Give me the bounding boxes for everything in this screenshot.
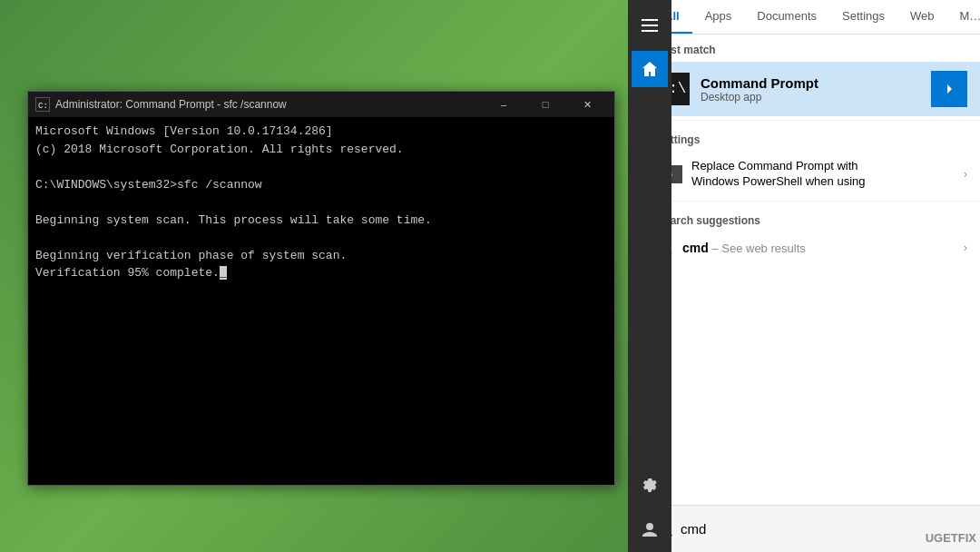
nav-strip [628,0,671,552]
tab-apps[interactable]: Apps [692,0,745,34]
search-bar: 🔍 cmd [644,505,980,552]
cmd-titlebar: C: Administrator: Command Prompt - sfc /… [28,92,614,117]
chevron-right-icon-1: › [964,168,967,181]
tab-settings[interactable]: Settings [829,0,897,34]
arrow-right-icon [942,82,956,96]
best-match-name: Command Prompt [701,75,931,91]
divider-2 [644,201,980,202]
cmd-line-1: Microsoft Windows [Version 10.0.17134.28… [35,123,607,141]
watermark: UGETFIX [926,531,976,545]
home-button[interactable] [632,51,668,87]
settings-item-powershell[interactable]: ▬ Replace Command Prompt withWindows Pow… [644,152,980,197]
user-nav-button[interactable] [632,512,668,548]
svg-text:C:: C: [38,102,48,111]
search-results: Best match C:\ Command Prompt Desktop ap… [644,34,980,552]
settings-item-text-1: Replace Command Prompt withWindows Power… [691,159,964,190]
chevron-right-icon-2: › [964,242,967,254]
suggestion-text-1: cmd – See web results [682,241,964,255]
cmd-line-4: C:\WINDOWS\system32>sfc /scannow [35,176,607,194]
best-match-label: Best match [644,34,980,62]
cmd-content: Microsoft Windows [Version 10.0.17134.28… [28,117,614,485]
user-icon [641,521,659,539]
search-tabs: All Apps Documents Settings Web M… [644,0,980,34]
suggestion-item-cmd[interactable]: 🔍 cmd – See web results › [644,232,980,263]
divider-1 [644,120,980,121]
home-icon [641,60,659,78]
best-match-info: Command Prompt Desktop app [701,75,931,104]
tab-web[interactable]: Web [897,0,947,34]
cmd-window-icon: C: [35,97,50,112]
cmd-line-3 [35,158,607,176]
cmd-line-9: Verification 95% complete._ [35,264,607,282]
hamburger-button[interactable] [632,7,668,44]
cmd-maximize-button[interactable]: □ [525,94,565,114]
cmd-window-controls: – □ ✕ [484,94,607,114]
tab-more[interactable]: M… [947,0,981,34]
gear-icon [641,478,659,496]
cmd-line-2: (c) 2018 Microsoft Corporation. All righ… [35,141,607,159]
settings-section-label: Settings [644,124,980,152]
best-match-open-button[interactable] [931,71,967,107]
tab-documents[interactable]: Documents [744,0,829,34]
start-panel: All Apps Documents Settings Web M… Best … [644,0,980,552]
best-match-item[interactable]: C:\ Command Prompt Desktop app [644,62,980,116]
cmd-line-6: Beginning system scan. This process will… [35,212,607,230]
cmd-line-8: Beginning verification phase of system s… [35,247,607,265]
search-suggestions-label: Search suggestions [644,205,980,232]
cmd-line-5 [35,193,607,212]
settings-nav-button[interactable] [632,468,668,505]
cmd-window: C: Administrator: Command Prompt - sfc /… [27,91,615,486]
cmd-minimize-button[interactable]: – [484,94,524,114]
best-match-type: Desktop app [701,91,931,104]
cmd-close-button[interactable]: ✕ [567,94,607,114]
cmd-title: Administrator: Command Prompt - sfc /sca… [55,98,478,111]
cmd-line-7 [35,229,607,247]
